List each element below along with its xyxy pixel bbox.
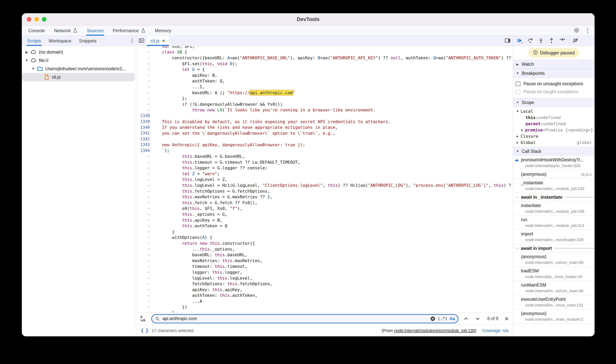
line-number[interactable]: 1339 <box>136 119 155 124</box>
code-line[interactable]: - this.logger = G.logger ?? console; <box>136 165 513 171</box>
breakpoint-option[interactable]: Pause on caught exceptions <box>513 88 595 96</box>
callstack-frame[interactable]: importnode:internal/m...esm/loader:329 <box>513 230 595 244</box>
line-number[interactable]: - <box>136 166 155 170</box>
line-number[interactable]: - <box>136 311 155 312</box>
checkbox[interactable] <box>516 81 520 86</box>
close-tab-button[interactable]: × <box>162 38 165 44</box>
line-number[interactable]: - <box>136 90 155 95</box>
navigator-tab-scripts[interactable]: Scripts <box>23 36 45 46</box>
code-line[interactable]: - if (!G.dangerouslyAllowBrowser && Ys0(… <box>136 101 513 107</box>
step-over-button[interactable] <box>525 37 535 45</box>
code-line[interactable]: - $F1.set(this, void 0); <box>136 61 513 67</box>
code-line[interactable]: - apiKey: B, <box>136 72 513 78</box>
code-line[interactable]: - this._options = G, <box>136 211 513 217</box>
line-number[interactable]: - <box>136 270 155 274</box>
line-number[interactable]: - <box>136 61 155 66</box>
code-line[interactable]: - throw new L9(`It looks like you're run… <box>136 107 513 113</box>
tree-item-file-[interactable]: ▼file:// <box>22 56 136 65</box>
scope-section-closure[interactable]: ▶Closure <box>513 133 595 139</box>
scope-section-local[interactable]: ▼Local <box>513 108 595 114</box>
callstack-frame[interactable]: instantiatenode:internal/m...module_job:… <box>513 202 595 216</box>
code-line[interactable]: - maxRetries: this.maxRetries, <box>136 258 513 264</box>
chevron-down-icon[interactable]: ▼ <box>30 67 36 71</box>
line-number[interactable]: - <box>136 241 155 246</box>
line-number[interactable]: - <box>136 195 155 199</box>
code-line[interactable]: - this.fetchOptions = G.fetchOptions, <box>136 188 513 194</box>
code-line[interactable]: 1341you can set the \`dangerouslyAllowBr… <box>136 130 513 136</box>
code-line[interactable]: - timeout: this.timeout, <box>136 264 513 270</box>
line-number[interactable]: 1338 <box>136 113 155 118</box>
line-number[interactable]: - <box>136 276 155 280</box>
line-number[interactable]: - <box>136 293 155 298</box>
code-line[interactable]: - this.maxRetries = G.maxRetries ?? 2, <box>136 194 513 200</box>
chevron-right-icon[interactable]: ▶ <box>24 50 29 54</box>
line-number[interactable]: - <box>136 67 155 72</box>
callstack-frame[interactable]: runMainESMnode:internal/m...es/run_main:… <box>513 281 595 295</box>
scope-variable[interactable]: this: undefined <box>513 114 595 121</box>
code-line[interactable]: -var Xs0, $F1; <box>136 46 513 49</box>
line-number[interactable]: - <box>136 46 155 49</box>
breakpoint-option[interactable]: Pause on uncaught exceptions <box>513 80 595 88</box>
line-number[interactable]: - <box>136 287 155 292</box>
tree-item-users-jinhuilee-nvm-versions-node-v2-[interactable]: ▼Users/jinhuilee/.nvm/versions/node/v2..… <box>22 65 136 73</box>
line-number[interactable]: - <box>136 253 155 257</box>
line-number[interactable]: - <box>136 264 155 269</box>
code-line[interactable]: - ...this._options, <box>136 246 513 252</box>
code-line[interactable]: 1342 <box>136 136 513 142</box>
step-into-button[interactable] <box>536 37 546 45</box>
line-number[interactable]: 1341 <box>136 131 155 135</box>
code-line[interactable]: - let G = { <box>136 66 513 72</box>
line-number[interactable]: - <box>136 183 155 188</box>
line-number[interactable]: - <box>136 177 155 182</box>
callstack-frame[interactable]: (anonymous)cli.js:1 <box>513 170 595 179</box>
line-number[interactable]: - <box>136 171 155 176</box>
replace-toggle-button[interactable]: A ↳B <box>140 315 148 322</box>
line-number[interactable]: - <box>136 84 155 89</box>
line-number[interactable]: 1344 <box>136 148 155 153</box>
code-line[interactable]: - }) <box>136 304 513 310</box>
line-number[interactable]: 1340 <box>136 125 155 130</box>
code-line[interactable]: - logLevel: this.logLevel, <box>136 275 513 281</box>
code-line[interactable]: 1344`); <box>136 148 513 154</box>
tree-item--no-domain-[interactable]: ▶(no domain) <box>22 48 136 56</box>
code-line[interactable]: - let Z = "warn"; <box>136 171 513 177</box>
clear-search-button[interactable] <box>430 316 435 321</box>
code-line[interactable]: 1340If you understand the risks and have… <box>136 124 513 130</box>
maximize-window-button[interactable] <box>42 17 46 22</box>
line-number[interactable]: - <box>136 55 155 60</box>
line-number[interactable]: 1343 <box>136 143 155 147</box>
code-line[interactable]: - apiKey: this.apiKey, <box>136 287 513 293</box>
code-line[interactable]: - authToken: this.authToken, <box>136 293 513 299</box>
breakpoints-section-header[interactable]: ▼ Breakpoints <box>513 69 595 78</box>
code-line[interactable]: - fetchOptions: this.fetchOptions, <box>136 281 513 287</box>
search-input[interactable] <box>162 316 428 321</box>
chevron-down-icon[interactable]: ▼ <box>24 59 29 62</box>
code-line[interactable]: - } <box>136 229 513 235</box>
navigator-more-button[interactable] <box>132 39 133 43</box>
code-line[interactable]: - this.apiKey = B, <box>136 217 513 223</box>
line-number[interactable]: - <box>136 218 155 222</box>
line-number[interactable]: - <box>136 160 155 164</box>
tab-performance[interactable]: Performance <box>108 26 150 36</box>
code-line[interactable]: - this.baseURL = G.baseURL, <box>136 153 513 159</box>
line-number[interactable]: - <box>136 305 155 309</box>
callstack-frame[interactable]: promiseInitHookWithDestroyTr...node:inte… <box>513 156 595 170</box>
scope-variable[interactable]: ▶promise: Promise {<pending>} <box>513 127 595 133</box>
code-line[interactable]: 1338 <box>136 113 513 119</box>
line-number[interactable]: 1342 <box>136 137 155 141</box>
navigator-tab-workspace[interactable]: Workspace <box>45 36 75 46</box>
line-number[interactable]: - <box>136 189 155 193</box>
line-number[interactable]: - <box>136 299 155 303</box>
minimize-window-button[interactable] <box>34 17 39 22</box>
deactivate-breakpoints-button[interactable] <box>571 37 581 45</box>
line-number[interactable]: - <box>136 200 155 205</box>
line-number[interactable]: - <box>136 73 155 78</box>
callstack-frame[interactable]: _instantiatenode:internal/m...module_job… <box>513 179 595 193</box>
toggle-debugger-sidebar-button[interactable] <box>502 36 513 46</box>
code-line[interactable]: - } <box>136 310 513 312</box>
line-number[interactable]: - <box>136 282 155 286</box>
code-line[interactable]: 1343new Anthropic({ apiKey, dangerouslyA… <box>136 142 513 148</box>
line-number[interactable]: - <box>136 247 155 251</box>
code-line[interactable]: -class $B { <box>136 49 513 55</box>
code-line[interactable]: - baseURL: this.baseURL, <box>136 252 513 258</box>
